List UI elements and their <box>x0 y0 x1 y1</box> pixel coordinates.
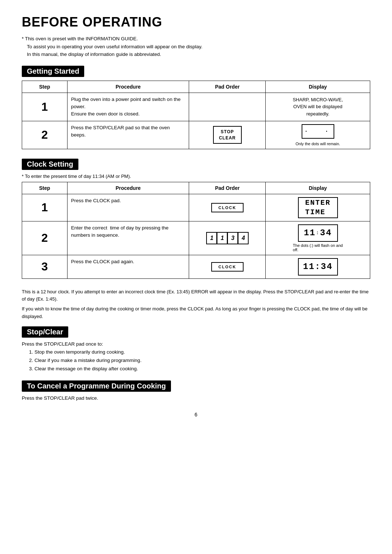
pad-order-cell: CLOCK <box>189 255 266 278</box>
footnote-block: This is a 12 hour clock. If you attempt … <box>22 288 370 321</box>
getting-started-table: Step Procedure Pad Order Display 1 Plug … <box>22 81 370 149</box>
time-text: 11 <box>304 228 316 238</box>
col-padorder: Pad Order <box>189 182 266 194</box>
list-item: 2. Clear if you make a mistake during pr… <box>29 357 370 365</box>
clock-setting-section: Clock Setting * To enter the present tim… <box>22 159 370 279</box>
display-cell: 11:34 The dots (:) will flash on andoff. <box>266 221 370 255</box>
table-row: 1 Press the CLOCK pad. CLOCK ENTERTIME <box>22 194 370 221</box>
clock-sub-note: * To enter the present time of day 11:34… <box>22 174 370 179</box>
dots-display: · · <box>302 124 334 139</box>
display-cell: ENTERTIME <box>266 194 370 221</box>
procedure-text: Press the STOP/CLEAR pad so that the ove… <box>67 121 189 149</box>
procedure-text: Press the CLOCK pad again. <box>67 255 189 278</box>
colon-sub: : <box>316 230 320 236</box>
footnote-line2: If you wish to know the time of day duri… <box>22 305 370 321</box>
procedure-text: Press the CLOCK pad. <box>67 194 189 221</box>
dots-caption: Only the dots will remain. <box>295 142 340 146</box>
clock-button-again[interactable]: CLOCK <box>211 262 244 272</box>
stop-clear-intro: Press the STOP/CLEAR pad once to: <box>22 341 370 347</box>
step-number: 1 <box>22 93 68 121</box>
stop-clear-button[interactable]: STOPCLEAR <box>213 126 241 144</box>
step-number: 2 <box>22 221 68 255</box>
step-number: 1 <box>22 194 68 221</box>
display-cell: SHARP, MICRO-WAVE,OVEN will be displayed… <box>266 93 370 121</box>
footnote-line1: This is a 12 hour clock. If you attempt … <box>22 288 370 304</box>
display-cell: 11:34 <box>266 255 370 278</box>
cancel-section: To Cancel a Programme During Cooking Pre… <box>22 380 370 401</box>
table-row: 3 Press the CLOCK pad again. CLOCK 11:34 <box>22 255 370 278</box>
table-row: 1 Plug the oven into a power point and s… <box>22 93 370 121</box>
getting-started-heading: Getting Started <box>22 66 84 77</box>
table-row: 2 Enter the correct time of day by press… <box>22 221 370 255</box>
intro-line3: In this manual, the display of informati… <box>27 50 370 58</box>
table-row: 2 Press the STOP/CLEAR pad so that the o… <box>22 121 370 149</box>
display-cell: · · Only the dots will remain. <box>266 121 370 149</box>
number-pads: 1 1 3 4 <box>193 232 262 244</box>
display-text: SHARP, MICRO-WAVE,OVEN will be displayed… <box>293 97 343 117</box>
time-flash-display: 11:34 <box>298 224 338 242</box>
clock-button[interactable]: CLOCK <box>211 203 244 212</box>
intro-notes: * This oven is preset with the INFORMATI… <box>22 35 370 58</box>
pad-order-cell: 1 1 3 4 <box>189 221 266 255</box>
num-pad-4[interactable]: 4 <box>238 232 249 244</box>
pad-order-cell: CLOCK <box>189 194 266 221</box>
pad-order-cell: STOPCLEAR <box>189 121 266 149</box>
step-number: 2 <box>22 121 68 149</box>
procedure-text: Plug the oven into a power point and swi… <box>67 93 189 121</box>
cancel-heading: To Cancel a Programme During Cooking <box>22 380 171 392</box>
col-display: Display <box>266 81 370 93</box>
procedure-text: Enter the correct time of day by pressin… <box>67 221 189 255</box>
col-procedure: Procedure <box>67 81 189 93</box>
num-pad-1[interactable]: 1 <box>206 232 217 244</box>
col-display: Display <box>266 182 370 194</box>
pad-order-cell <box>189 93 266 121</box>
col-step: Step <box>22 81 68 93</box>
time-minutes: 34 <box>320 228 332 238</box>
intro-line2: To assist you in operating your oven use… <box>27 43 370 51</box>
num-pad-1b[interactable]: 1 <box>217 232 228 244</box>
time-flash-caption: The dots (:) will flash on andoff. <box>293 243 343 252</box>
col-padorder: Pad Order <box>189 81 266 93</box>
step-number: 3 <box>22 255 68 278</box>
cancel-text: Press the STOP/CLEAR pad twice. <box>22 395 370 401</box>
col-step: Step <box>22 182 68 194</box>
clock-setting-table: Step Procedure Pad Order Display 1 Press… <box>22 182 370 279</box>
num-pad-3[interactable]: 3 <box>227 232 238 244</box>
enter-time-text: ENTERTIME <box>305 198 331 217</box>
time-plain-display: 11:34 <box>298 258 338 276</box>
list-item: 1. Stop the oven temporarily during cook… <box>29 348 370 357</box>
getting-started-section: Getting Started Step Procedure Pad Order… <box>22 66 370 149</box>
stop-clear-heading: Stop/Clear <box>22 326 68 338</box>
enter-time-display: ENTERTIME <box>298 197 338 218</box>
main-title: BEFORE OPERATING <box>22 15 370 30</box>
intro-line1: * This oven is preset with the INFORMATI… <box>22 35 370 43</box>
col-procedure: Procedure <box>67 182 189 194</box>
stop-clear-section: Stop/Clear Press the STOP/CLEAR pad once… <box>22 326 370 373</box>
page-number: 6 <box>22 412 370 417</box>
stop-clear-list: 1. Stop the oven temporarily during cook… <box>29 348 370 373</box>
list-item: 3. Clear the message on the display afte… <box>29 365 370 373</box>
clock-setting-heading: Clock Setting <box>22 159 78 170</box>
